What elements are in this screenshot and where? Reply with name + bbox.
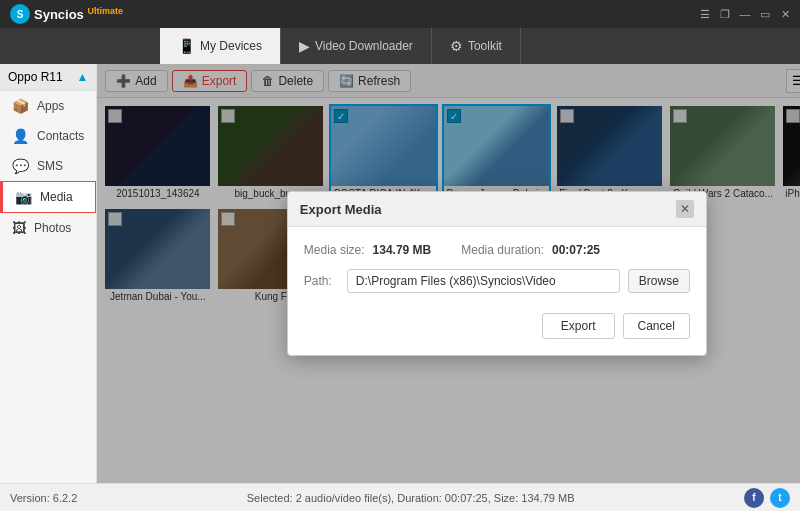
modal-export-button[interactable]: Export [542, 313, 615, 339]
media-size-label: Media size: [304, 243, 365, 257]
sms-icon: 💬 [12, 158, 29, 174]
modal-overlay: Export Media ✕ Media size: 134.79 MB Med… [97, 64, 800, 483]
sidebar-item-sms[interactable]: 💬 SMS [0, 151, 96, 181]
tab-my-devices[interactable]: 📱 My Devices [160, 28, 281, 64]
minimize-window-button[interactable]: — [738, 7, 752, 21]
modal-path-row: Path: Browse [304, 269, 690, 293]
window-controls: ☰ ❐ — ▭ ✕ [698, 7, 792, 21]
sidebar: Oppo R11 ▲ 📦 Apps 👤 Contacts 💬 SMS 📷 Med… [0, 64, 97, 483]
facebook-button[interactable]: f [744, 488, 764, 508]
tab-toolkit-label: Toolkit [468, 39, 502, 53]
export-modal: Export Media ✕ Media size: 134.79 MB Med… [287, 191, 707, 356]
modal-cancel-button[interactable]: Cancel [623, 313, 690, 339]
tab-video-downloader-label: Video Downloader [315, 39, 413, 53]
content-wrapper: ➕ Add 📤 Export 🗑 Delete 🔄 Refresh ☰ [97, 64, 800, 483]
modal-close-button[interactable]: ✕ [676, 200, 694, 218]
minimize-button[interactable]: ☰ [698, 7, 712, 21]
device-name: Oppo R11 [8, 70, 63, 84]
modal-title: Export Media [300, 202, 382, 217]
app-logo: S Syncios Ultimate [10, 4, 123, 24]
sidebar-item-contacts[interactable]: 👤 Contacts [0, 121, 96, 151]
modal-header: Export Media ✕ [288, 192, 706, 227]
restore-button[interactable]: ❐ [718, 7, 732, 21]
media-duration-label: Media duration: [461, 243, 544, 257]
modal-body: Media size: 134.79 MB Media duration: 00… [288, 227, 706, 355]
tab-video-downloader[interactable]: ▶ Video Downloader [281, 28, 432, 64]
status-text: Selected: 2 audio/video file(s), Duratio… [247, 492, 575, 504]
contacts-icon: 👤 [12, 128, 29, 144]
tab-toolkit[interactable]: ⚙ Toolkit [432, 28, 521, 64]
phone-icon: 📱 [178, 38, 195, 54]
modal-actions: Export Cancel [304, 309, 690, 339]
statusbar: Version: 6.2.2 Selected: 2 audio/video f… [0, 483, 800, 511]
sidebar-item-apps[interactable]: 📦 Apps [0, 91, 96, 121]
main-area: Oppo R11 ▲ 📦 Apps 👤 Contacts 💬 SMS 📷 Med… [0, 64, 800, 483]
modal-info-row: Media size: 134.79 MB Media duration: 00… [304, 243, 690, 257]
apps-icon: 📦 [12, 98, 29, 114]
media-size-value: 134.79 MB [373, 243, 432, 257]
media-size-item: Media size: 134.79 MB [304, 243, 431, 257]
sidebar-item-media[interactable]: 📷 Media [0, 181, 96, 213]
close-window-button[interactable]: ✕ [778, 7, 792, 21]
browse-button[interactable]: Browse [628, 269, 690, 293]
app-name: Syncios Ultimate [34, 6, 123, 22]
navbar: 📱 My Devices ▶ Video Downloader ⚙ Toolki… [0, 28, 800, 64]
media-duration-item: Media duration: 00:07:25 [461, 243, 600, 257]
maximize-window-button[interactable]: ▭ [758, 7, 772, 21]
twitter-button[interactable]: t [770, 488, 790, 508]
sidebar-item-sms-label: SMS [37, 159, 63, 173]
sidebar-item-photos-label: Photos [34, 221, 71, 235]
sidebar-item-media-label: Media [40, 190, 73, 204]
media-icon: 📷 [15, 189, 32, 205]
play-icon: ▶ [299, 38, 310, 54]
social-buttons: f t [744, 488, 790, 508]
device-header: Oppo R11 ▲ [0, 64, 96, 91]
device-upload-icon[interactable]: ▲ [76, 70, 88, 84]
sidebar-item-apps-label: Apps [37, 99, 64, 113]
app-edition: Ultimate [87, 6, 123, 16]
titlebar: S Syncios Ultimate ☰ ❐ — ▭ ✕ [0, 0, 800, 28]
path-label: Path: [304, 274, 339, 288]
logo-icon: S [10, 4, 30, 24]
sidebar-item-photos[interactable]: 🖼 Photos [0, 213, 96, 243]
photos-icon: 🖼 [12, 220, 26, 236]
path-input[interactable] [347, 269, 620, 293]
media-duration-value: 00:07:25 [552, 243, 600, 257]
tab-my-devices-label: My Devices [200, 39, 262, 53]
version-label: Version: 6.2.2 [10, 492, 77, 504]
toolkit-icon: ⚙ [450, 38, 463, 54]
sidebar-item-contacts-label: Contacts [37, 129, 84, 143]
